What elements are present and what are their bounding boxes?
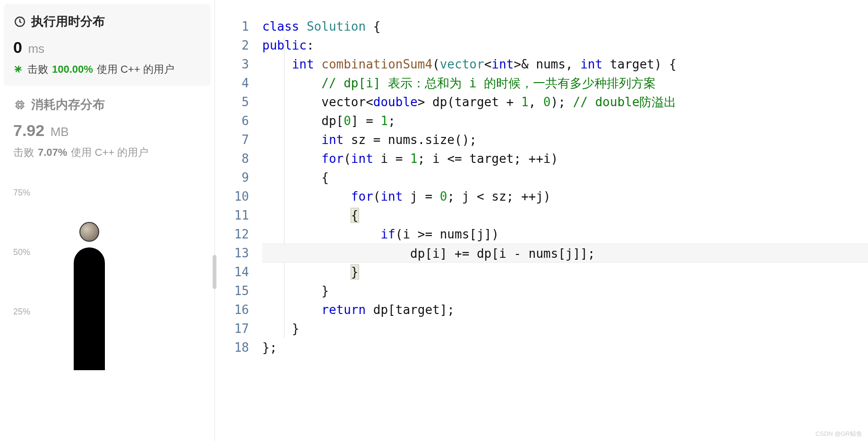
runtime-unit: ms <box>28 42 44 56</box>
line-gutter: 1 2 3 4 5 6 7 8 9 10 11 12 13 14 15 16 1… <box>215 17 262 441</box>
ln: 7 <box>215 130 249 149</box>
ln: 12 <box>215 225 249 244</box>
ln: 6 <box>215 111 249 130</box>
ln: 4 <box>215 74 249 93</box>
code-line: public: <box>262 36 868 55</box>
runtime-value: 0 <box>13 38 22 56</box>
memory-block: 消耗内存分布 7.92 MB 击败 7.07% 使用 C++ 的用户 <box>13 91 201 165</box>
code-line: { <box>262 168 868 187</box>
code-body[interactable]: class Solution { public: int combination… <box>262 17 868 441</box>
ln: 3 <box>215 55 249 74</box>
runtime-value-row: 0 ms <box>13 38 201 57</box>
using-label: 使用 C++ 的用户 <box>97 62 174 76</box>
ln: 18 <box>215 338 249 357</box>
ln: 16 <box>215 300 249 319</box>
ln: 8 <box>215 149 249 168</box>
code-line: } <box>262 319 868 338</box>
code-line: for(int j = 0; j < sz; ++j) <box>262 187 868 206</box>
using-label-2: 使用 C++ 的用户 <box>71 145 148 160</box>
code-line: dp[0] = 1; <box>262 111 868 130</box>
ln: 2 <box>215 36 249 55</box>
ln: 9 <box>215 168 249 187</box>
ln: 13 <box>215 244 249 263</box>
memory-value: 7.92 <box>13 121 44 139</box>
distribution-chart[interactable]: 75% 50% 25% <box>13 188 201 325</box>
memory-title-row: 消耗内存分布 <box>13 96 201 113</box>
avatar[interactable] <box>79 222 99 242</box>
code-line: int combinationSum4(vector<int>& nums, i… <box>262 55 868 74</box>
memory-unit: MB <box>51 125 69 139</box>
code-line: }; <box>262 338 868 357</box>
code-line: } <box>262 281 868 300</box>
code-editor[interactable]: 1 2 3 4 5 6 7 8 9 10 11 12 13 14 15 16 1… <box>215 0 868 441</box>
clap-icon <box>13 63 24 76</box>
ln: 1 <box>215 17 249 36</box>
beat-label-2: 击败 <box>13 145 34 160</box>
code-line: return dp[target]; <box>262 300 868 319</box>
runtime-title: 执行用时分布 <box>31 13 105 30</box>
memory-percent: 7.07% <box>38 146 67 159</box>
chip-icon <box>13 98 26 111</box>
ln: 14 <box>215 263 249 281</box>
ln: 11 <box>215 206 249 225</box>
watermark: CSDN @GR鲸鱼 <box>816 430 862 438</box>
stats-sidebar: 执行用时分布 0 ms 击败 100.00% 使用 C++ 的用户 消耗内存分布… <box>0 0 215 441</box>
clock-icon <box>13 15 26 28</box>
code-line: if(i >= nums[j]) <box>262 225 868 244</box>
runtime-block: 执行用时分布 0 ms 击败 100.00% 使用 C++ 的用户 <box>4 4 211 86</box>
memory-value-row: 7.92 MB <box>13 121 201 140</box>
y-tick-75: 75% <box>13 188 30 198</box>
y-tick-50: 50% <box>13 247 30 257</box>
svg-rect-1 <box>17 102 23 108</box>
ln: 10 <box>215 187 249 206</box>
ln: 17 <box>215 319 249 338</box>
beat-label: 击败 <box>27 62 48 76</box>
runtime-percent: 100.00% <box>52 63 93 76</box>
code-line: } <box>262 263 868 281</box>
code-line: for(int i = 1; i <= target; ++i) <box>262 149 868 168</box>
runtime-title-row: 执行用时分布 <box>13 13 201 30</box>
y-tick-25: 25% <box>13 307 30 317</box>
code-line: { <box>262 206 868 225</box>
memory-beat-row: 击败 7.07% 使用 C++ 的用户 <box>13 145 201 160</box>
code-line: vector<double> dp(target + 1, 0); // dou… <box>262 93 868 111</box>
ln: 5 <box>215 93 249 111</box>
code-line: class Solution { <box>262 17 868 36</box>
code-line: int sz = nums.size(); <box>262 130 868 149</box>
runtime-beat-row: 击败 100.00% 使用 C++ 的用户 <box>13 62 201 76</box>
ln: 15 <box>215 281 249 300</box>
memory-title: 消耗内存分布 <box>31 96 105 113</box>
code-line: // dp[i] 表示：总和为 i 的时候，一共有多少种排列方案 <box>262 74 868 93</box>
svg-rect-2 <box>18 103 22 106</box>
code-line-active: dp[i] += dp[i - nums[j]]; <box>262 244 868 263</box>
chart-bar[interactable] <box>74 247 105 370</box>
